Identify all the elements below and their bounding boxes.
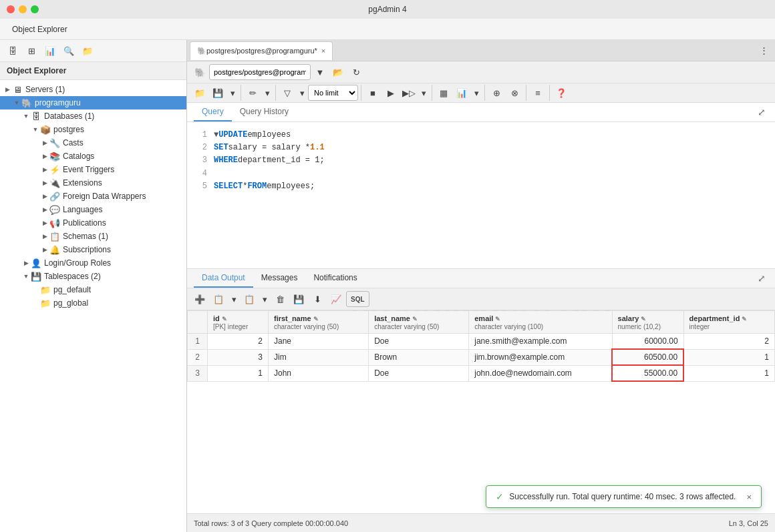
results-tool-graph[interactable]: 📈 — [327, 291, 345, 307]
toolbar-db-icon[interactable]: 🗄 — [4, 43, 21, 59]
tab-close-button[interactable]: × — [321, 47, 325, 55]
tool-edit-dropdown[interactable]: ▾ — [262, 85, 273, 101]
cell-last_name-row2[interactable]: Brown — [369, 349, 469, 365]
results-tool-paste[interactable]: 📋 — [241, 291, 258, 307]
tool-table-view[interactable]: ▦ — [435, 85, 452, 101]
tool-chart[interactable]: 📊 — [453, 85, 470, 101]
no-limit-select[interactable]: No limit 10 rows 100 rows — [308, 85, 358, 101]
tool-connect[interactable]: 🐘 — [191, 64, 208, 80]
results-tool-copy[interactable]: 📋 — [210, 291, 227, 307]
tab-messages[interactable]: Messages — [253, 269, 306, 288]
tool-open[interactable]: 📁 — [191, 85, 208, 101]
tree-arrow-languages[interactable]: ▶ — [40, 205, 49, 214]
results-expand-icon[interactable]: ⤢ — [755, 270, 768, 286]
tree-item-catalogs[interactable]: ▶ 📚 Catalogs — [0, 150, 186, 163]
cell-id-row3[interactable]: 1 — [208, 365, 269, 381]
toolbar-table-icon[interactable]: ⊞ — [23, 43, 40, 59]
tree-item-pg_default[interactable]: 📁 pg_default — [0, 283, 186, 296]
tree-arrow-catalogs[interactable]: ▶ — [40, 152, 49, 161]
cell-email-row2[interactable]: jim.brown@example.com — [469, 349, 612, 365]
tool-save-dropdown[interactable]: ▾ — [227, 85, 238, 101]
cell-last_name-row1[interactable]: Doe — [369, 334, 469, 350]
tree-arrow-publications[interactable]: ▶ — [40, 218, 49, 228]
cell-id-row1[interactable]: 2 — [208, 334, 269, 350]
tool-macro2[interactable]: ⊗ — [506, 85, 523, 101]
tree-arrow-event_triggers[interactable]: ▶ — [40, 165, 49, 174]
cell-first_name-row1[interactable]: Jane — [269, 334, 369, 350]
cell-salary-row1[interactable]: 60000.00 — [612, 334, 683, 350]
tree-arrow-postgres[interactable]: ▼ — [31, 125, 40, 134]
tool-run-dropdown[interactable]: ▾ — [418, 85, 429, 101]
tree-item-casts[interactable]: ▶ 🔧 Casts — [0, 136, 186, 150]
tree-arrow-pg_global[interactable] — [31, 298, 40, 308]
toolbar-search-icon[interactable]: 🔍 — [60, 43, 78, 59]
tab-query[interactable]: Query — [194, 103, 232, 121]
results-tool-paste-dropdown[interactable]: ▾ — [259, 291, 270, 307]
cell-first_name-row3[interactable]: John — [269, 365, 369, 381]
tree-item-login_group_roles[interactable]: ▶ 👤 Login/Group Roles — [0, 256, 186, 270]
toolbar-query-icon[interactable]: 📊 — [41, 43, 59, 59]
tree-arrow-schemas[interactable]: ▶ — [40, 232, 49, 241]
tree-arrow-extensions[interactable]: ▶ — [40, 178, 49, 188]
cell-salary-row3[interactable]: 55000.00 — [612, 365, 683, 381]
tool-run[interactable]: ▶ — [382, 85, 400, 101]
close-button[interactable] — [7, 5, 15, 13]
cell-department_id-row1[interactable]: 2 — [683, 334, 774, 350]
tree-arrow-subscriptions[interactable]: ▶ — [40, 245, 49, 254]
query-editor[interactable]: 1▼ UPDATE employees2SET salary = salary … — [187, 122, 775, 269]
tab-data-output[interactable]: Data Output — [194, 269, 253, 288]
tree-arrow-programguru[interactable]: ▼ — [12, 98, 21, 107]
tool-help[interactable]: ❓ — [553, 85, 570, 101]
menu-object-explorer[interactable]: Object Explorer — [7, 22, 73, 37]
tool-reload[interactable]: ↻ — [347, 64, 365, 80]
cell-id-row2[interactable]: 3 — [208, 349, 269, 365]
cell-department_id-row3[interactable]: 1 — [683, 365, 774, 381]
cell-email-row1[interactable]: jane.smith@example.com — [469, 334, 612, 350]
cell-salary-row2[interactable]: 60500.00 — [612, 349, 683, 365]
cell-last_name-row3[interactable]: Doe — [369, 365, 469, 381]
tree-item-event_triggers[interactable]: ▶ ⚡ Event Triggers — [0, 163, 186, 176]
maximize-button[interactable] — [31, 5, 39, 13]
addr-input[interactable] — [209, 64, 311, 80]
main-tab[interactable]: 🐘 postgres/postgres@programguru* × — [190, 41, 333, 60]
cell-department_id-row2[interactable]: 1 — [683, 349, 774, 365]
tool-filter[interactable]: ▽ — [279, 85, 296, 101]
tool-load[interactable]: 📂 — [329, 64, 347, 80]
cell-email-row3[interactable]: john.doe@newdomain.com — [469, 365, 612, 381]
table-row-3[interactable]: 31JohnDoejohn.doe@newdomain.com55000.001 — [188, 365, 775, 381]
tree-arrow-casts[interactable]: ▶ — [40, 138, 49, 148]
toolbar-folder-icon[interactable]: 📁 — [79, 43, 96, 59]
tool-macro1[interactable]: ⊕ — [488, 85, 505, 101]
tree-item-publications[interactable]: ▶ 📢 Publications — [0, 216, 186, 230]
tree-arrow-foreign_data_wrappers[interactable]: ▶ — [40, 192, 49, 201]
tool-stop[interactable]: ■ — [364, 85, 381, 101]
tool-edit[interactable]: ✏ — [244, 85, 261, 101]
tree-item-pg_global[interactable]: 📁 pg_global — [0, 296, 186, 310]
tree-item-extensions[interactable]: ▶ 🔌 Extensions — [0, 176, 186, 190]
tree-item-schemas[interactable]: ▶ 📋 Schemas (1) — [0, 230, 186, 243]
tree-arrow-servers[interactable]: ▶ — [3, 85, 12, 94]
tool-filter-dropdown[interactable]: ▾ — [297, 85, 307, 101]
tab-notifications[interactable]: Notifications — [305, 269, 365, 288]
table-row-2[interactable]: 23JimBrownjim.brown@example.com60500.001 — [188, 349, 775, 365]
tab-query-history[interactable]: Query History — [232, 103, 297, 121]
results-tool-copy-dropdown[interactable]: ▾ — [228, 291, 239, 307]
tree-arrow-databases[interactable]: ▼ — [21, 111, 31, 121]
query-expand-icon[interactable]: ⤢ — [755, 104, 768, 120]
tree-item-languages[interactable]: ▶ 💬 Languages — [0, 203, 186, 216]
tree-item-subscriptions[interactable]: ▶ 🔔 Subscriptions — [0, 243, 186, 256]
tab-more-button[interactable]: ⋮ — [755, 43, 772, 59]
results-tool-add[interactable]: ➕ — [191, 291, 208, 307]
cell-first_name-row2[interactable]: Jim — [269, 349, 369, 365]
table-row-1[interactable]: 12JaneDoejane.smith@example.com60000.002 — [188, 334, 775, 350]
results-tool-download[interactable]: ⬇ — [309, 291, 326, 307]
tree-arrow-pg_default[interactable] — [31, 285, 40, 294]
tool-list[interactable]: ≡ — [529, 85, 547, 101]
tool-dropdown-arrow[interactable]: ▼ — [311, 64, 329, 80]
tree-item-tablespaces[interactable]: ▼ 💾 Tablespaces (2) — [0, 270, 186, 283]
tool-run-explain[interactable]: ▶▷ — [400, 85, 418, 101]
tree-item-postgres[interactable]: ▼ 📦 postgres — [0, 123, 186, 136]
tool-save[interactable]: 💾 — [209, 85, 226, 101]
tree-item-programguru[interactable]: ▼ 🐘 programguru — [0, 96, 186, 109]
notif-close-button[interactable]: × — [746, 492, 752, 502]
